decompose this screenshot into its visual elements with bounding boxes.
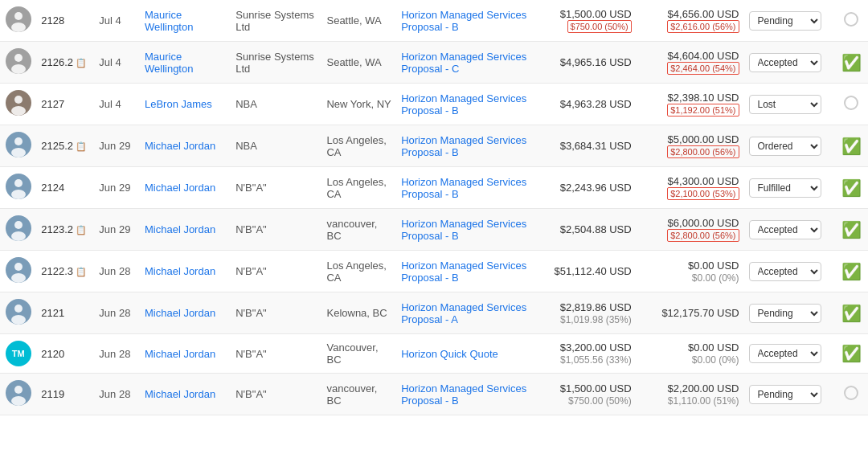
amount-main: $2,243.96 USD xyxy=(560,182,632,194)
contact-link[interactable]: Michael Jordan xyxy=(145,223,215,235)
status-select[interactable]: PendingAcceptedLostOrderedFulfilled xyxy=(749,11,821,31)
status-cell: PendingAcceptedLostOrderedFulfilled xyxy=(744,251,835,292)
location-cell: Vancouver, BC xyxy=(321,334,396,374)
quote-link[interactable]: Horizon Managed Services Proposal - B xyxy=(401,260,526,284)
empty-circle xyxy=(844,386,858,400)
copy-icon[interactable]: 📋 xyxy=(76,225,87,235)
svg-point-7 xyxy=(14,96,23,104)
quote-link[interactable]: Horizon Managed Services Proposal - B xyxy=(401,92,526,117)
contact-link[interactable]: Michael Jordan xyxy=(145,307,215,319)
total-cell: $5,000.00 USD $2,800.00 (56%) xyxy=(637,125,744,167)
quote-link[interactable]: Horizon Managed Services Proposal - B xyxy=(401,134,526,158)
contact-cell: Michael Jordan xyxy=(140,292,231,334)
quote-link[interactable]: Horizon Managed Services Proposal - C xyxy=(401,51,526,75)
id-cell: 2124 xyxy=(36,167,94,209)
amount-cell: $4,965.16 USD xyxy=(537,42,637,84)
contact-link[interactable]: Maurice Wellington xyxy=(145,51,193,75)
amount-cell: $2,243.96 USD xyxy=(537,167,637,209)
action-cell: ✅ xyxy=(835,251,868,292)
check-icon: ✅ xyxy=(841,263,862,280)
svg-point-14 xyxy=(11,190,26,199)
amount-sub: $1,055.56 (33%) xyxy=(560,354,632,366)
total-sub: $0.00 (0%) xyxy=(692,354,739,366)
avatar-cell xyxy=(0,125,36,167)
contact-link[interactable]: Michael Jordan xyxy=(145,182,215,194)
date-cell: Jun 29 xyxy=(94,209,140,251)
check-icon: ✅ xyxy=(841,54,862,72)
copy-icon[interactable]: 📋 xyxy=(76,58,87,67)
check-icon: ✅ xyxy=(841,345,862,362)
amount-cell: $4,963.28 USD xyxy=(537,84,637,125)
quote-link[interactable]: Horizon Managed Services Proposal - A xyxy=(401,301,526,325)
quote-link[interactable]: Horizon Quick Quote xyxy=(401,348,498,360)
contact-cell: LeBron James xyxy=(140,84,231,125)
quote-link[interactable]: Horizon Managed Services Proposal - B xyxy=(401,382,526,407)
contact-link[interactable]: Michael Jordan xyxy=(145,348,215,360)
location-cell: vancouver, BC xyxy=(321,209,396,251)
quote-link[interactable]: Horizon Managed Services Proposal - B xyxy=(401,176,526,200)
id-cell: 2119 xyxy=(36,374,94,415)
status-cell: PendingAcceptedLostOrderedFulfilled xyxy=(744,125,835,167)
date-cell: Jun 29 xyxy=(94,125,140,167)
date-cell: Jun 29 xyxy=(94,167,140,209)
contact-cell: Michael Jordan xyxy=(140,167,231,209)
svg-point-19 xyxy=(14,263,23,271)
contact-link[interactable]: Michael Jordan xyxy=(145,265,215,277)
contact-link[interactable]: LeBron James xyxy=(145,98,212,110)
amount-sub: $750.00 (50%) xyxy=(568,395,632,407)
table-row: 2125.2📋 Jun 29 Michael Jordan NBA Los An… xyxy=(0,125,868,167)
status-select[interactable]: PendingAcceptedLostOrderedFulfilled xyxy=(749,344,821,363)
status-select[interactable]: PendingAcceptedLostOrderedFulfilled xyxy=(749,385,821,404)
quote-cell: Horizon Quick Quote xyxy=(396,334,537,374)
status-cell: PendingAcceptedLostOrderedFulfilled xyxy=(744,84,835,125)
status-select[interactable]: PendingAcceptedLostOrderedFulfilled xyxy=(749,178,821,198)
id-cell: 2122.3📋 xyxy=(36,251,94,292)
date-cell: Jun 28 xyxy=(94,251,140,292)
status-cell: PendingAcceptedLostOrderedFulfilled xyxy=(744,374,835,415)
id-cell: 2123.2📋 xyxy=(36,209,94,251)
svg-point-23 xyxy=(11,315,26,325)
total-main: $2,398.10 USD xyxy=(668,92,739,104)
status-select[interactable]: PendingAcceptedLostOrderedFulfilled xyxy=(749,262,821,281)
copy-icon[interactable]: 📋 xyxy=(76,267,87,276)
amount-main: $1,500.00 USD xyxy=(560,382,632,395)
location-cell: New York, NY xyxy=(321,84,396,125)
row-id: 2124 xyxy=(41,182,64,194)
quote-cell: Horizon Managed Services Proposal - B xyxy=(396,209,537,251)
avatar-cell xyxy=(0,84,36,125)
total-sub: $2,800.00 (56%) xyxy=(667,145,739,158)
total-main: $4,604.00 USD xyxy=(668,50,739,62)
location-cell: Los Angeles, CA xyxy=(321,251,396,292)
copy-icon[interactable]: 📋 xyxy=(76,141,87,151)
contact-link[interactable]: Michael Jordan xyxy=(145,140,215,152)
svg-point-13 xyxy=(14,179,23,187)
contact-link[interactable]: Michael Jordan xyxy=(145,388,215,400)
status-select[interactable]: PendingAcceptedLostOrderedFulfilled xyxy=(749,304,821,323)
total-sub: $0.00 (0%) xyxy=(692,272,739,284)
quote-link[interactable]: Horizon Managed Services Proposal - B xyxy=(401,9,526,33)
total-main: $4,656.00 USD xyxy=(668,8,739,20)
quote-link[interactable]: Horizon Managed Services Proposal - B xyxy=(401,218,526,242)
svg-point-25 xyxy=(14,386,23,394)
table-row: 2119 Jun 28 Michael Jordan N'B"A" vancou… xyxy=(0,374,868,415)
row-id: 2128 xyxy=(41,14,64,27)
avatar: TM xyxy=(6,341,31,366)
quotes-table: 2128 Jul 4 Maurice Wellington Sunrise Sy… xyxy=(0,0,868,415)
status-select[interactable]: PendingAcceptedLostOrderedFulfilled xyxy=(749,220,821,239)
status-select[interactable]: PendingAcceptedLostOrderedFulfilled xyxy=(749,53,821,72)
contact-link[interactable]: Maurice Wellington xyxy=(145,9,193,33)
id-cell: 2125.2📋 xyxy=(36,125,94,167)
amount-cell: $1,500.00 USD $750.00 (50%) xyxy=(537,374,637,415)
action-cell: ✅ xyxy=(835,334,868,374)
location-cell: Seattle, WA xyxy=(321,42,396,84)
check-icon: ✅ xyxy=(841,221,862,239)
status-select[interactable]: PendingAcceptedLostOrderedFulfilled xyxy=(749,137,821,156)
company-cell: N'B"A" xyxy=(231,209,321,251)
company-cell: N'B"A" xyxy=(231,167,321,209)
amount-sub: $750.00 (50%) xyxy=(567,20,632,33)
avatar xyxy=(6,273,31,285)
row-id: 2121 xyxy=(41,307,64,319)
status-select[interactable]: PendingAcceptedLostOrderedFulfilled xyxy=(749,95,821,114)
action-cell: ✅ xyxy=(835,167,868,209)
status-cell: PendingAcceptedLostOrderedFulfilled xyxy=(744,0,835,42)
